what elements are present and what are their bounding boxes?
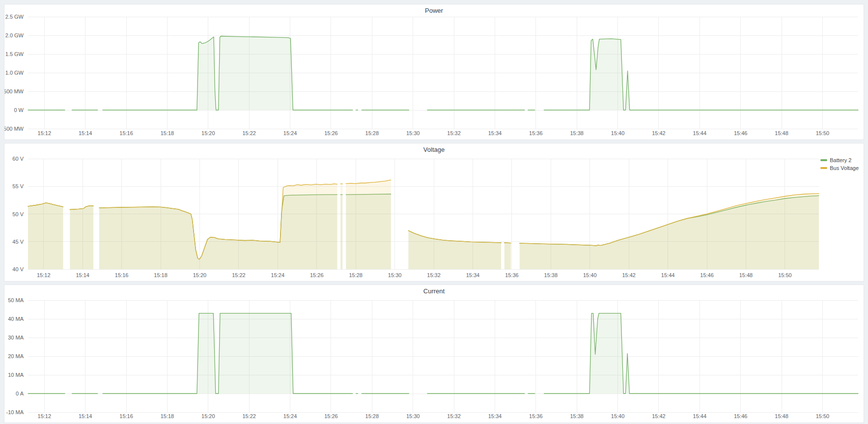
voltage-chart[interactable]: 60 V55 V50 V45 V40 V15:1215:1415:1615:18… <box>4 143 864 281</box>
svg-text:15:36: 15:36 <box>529 413 543 419</box>
svg-text:15:22: 15:22 <box>242 130 256 136</box>
legend-item-battery-2[interactable]: Battery 2 <box>820 157 859 163</box>
svg-text:15:46: 15:46 <box>700 272 714 278</box>
svg-text:15:50: 15:50 <box>778 272 792 278</box>
svg-text:15:20: 15:20 <box>201 130 215 136</box>
svg-text:15:34: 15:34 <box>488 130 502 136</box>
panel-voltage: Voltage 60 V55 V50 V45 V40 V15:1215:1415… <box>4 143 864 282</box>
svg-text:15:28: 15:28 <box>349 272 363 278</box>
svg-text:20 MA: 20 MA <box>8 353 24 359</box>
svg-text:-10 MA: -10 MA <box>6 409 24 415</box>
svg-text:15:42: 15:42 <box>622 272 636 278</box>
svg-text:15:34: 15:34 <box>466 272 480 278</box>
svg-text:-500 MW: -500 MW <box>4 126 24 132</box>
svg-text:15:48: 15:48 <box>739 272 753 278</box>
svg-text:15:48: 15:48 <box>775 130 788 136</box>
legend-swatch-battery-2 <box>820 159 827 161</box>
svg-text:15:46: 15:46 <box>734 413 748 419</box>
svg-text:0 A: 0 A <box>16 391 24 396</box>
legend-swatch-bus-voltage <box>820 167 827 169</box>
svg-text:15:42: 15:42 <box>652 130 666 136</box>
svg-text:15:14: 15:14 <box>79 413 92 419</box>
svg-text:15:22: 15:22 <box>232 272 246 278</box>
legend-item-bus-voltage[interactable]: Bus Voltage <box>820 165 859 171</box>
power-chart[interactable]: 2.5 GW2.0 GW1.5 GW1.0 GW500 MW0 W-500 MW… <box>4 4 864 140</box>
svg-text:30 MA: 30 MA <box>8 335 24 340</box>
svg-text:15:12: 15:12 <box>37 272 51 278</box>
svg-text:15:24: 15:24 <box>283 130 297 136</box>
svg-text:40 MA: 40 MA <box>8 316 24 322</box>
svg-text:15:20: 15:20 <box>193 272 207 278</box>
svg-text:15:40: 15:40 <box>611 130 625 136</box>
current-chart[interactable]: 50 MA40 MA30 MA20 MA10 MA0 A-10 MA15:121… <box>4 285 864 423</box>
svg-text:15:44: 15:44 <box>693 413 707 419</box>
svg-text:15:44: 15:44 <box>661 272 675 278</box>
svg-text:15:48: 15:48 <box>775 413 788 419</box>
legend-label-bus-voltage: Bus Voltage <box>830 165 859 171</box>
svg-text:2.0 GW: 2.0 GW <box>5 32 24 38</box>
svg-text:10 MA: 10 MA <box>8 372 24 378</box>
panel-title-power[interactable]: Power <box>4 7 864 14</box>
panel-power: Power 2.5 GW2.0 GW1.5 GW1.0 GW500 MW0 W-… <box>4 4 864 140</box>
legend: Battery 2 Bus Voltage <box>820 157 859 171</box>
panel-title-current[interactable]: Current <box>4 287 864 295</box>
panel-current: Current 50 MA40 MA30 MA20 MA10 MA0 A-10 … <box>4 284 864 423</box>
svg-text:60 V: 60 V <box>12 156 24 162</box>
svg-text:15:26: 15:26 <box>324 413 338 419</box>
svg-text:15:12: 15:12 <box>38 130 52 136</box>
svg-text:15:12: 15:12 <box>38 413 52 419</box>
svg-text:15:44: 15:44 <box>693 130 707 136</box>
svg-text:55 V: 55 V <box>12 183 24 189</box>
svg-text:15:24: 15:24 <box>271 272 285 278</box>
svg-text:15:38: 15:38 <box>570 130 584 136</box>
svg-text:15:32: 15:32 <box>427 272 441 278</box>
svg-text:15:50: 15:50 <box>816 413 830 419</box>
svg-text:15:42: 15:42 <box>652 413 666 419</box>
svg-text:15:18: 15:18 <box>161 413 174 419</box>
svg-text:15:16: 15:16 <box>115 272 129 278</box>
svg-text:15:26: 15:26 <box>310 272 324 278</box>
svg-text:15:18: 15:18 <box>161 130 174 136</box>
svg-text:15:30: 15:30 <box>388 272 402 278</box>
svg-text:15:34: 15:34 <box>488 413 502 419</box>
svg-text:50 MA: 50 MA <box>8 297 24 303</box>
svg-text:2.5 GW: 2.5 GW <box>5 14 24 20</box>
svg-text:15:40: 15:40 <box>611 413 625 419</box>
svg-text:45 V: 45 V <box>12 239 24 245</box>
svg-text:15:26: 15:26 <box>324 130 338 136</box>
svg-text:0 W: 0 W <box>14 107 24 113</box>
svg-text:15:16: 15:16 <box>119 413 133 419</box>
svg-text:15:50: 15:50 <box>816 130 830 136</box>
svg-text:15:30: 15:30 <box>406 130 420 136</box>
svg-text:15:36: 15:36 <box>529 130 543 136</box>
svg-text:40 V: 40 V <box>12 266 24 272</box>
svg-text:15:30: 15:30 <box>406 413 420 419</box>
svg-text:15:38: 15:38 <box>544 272 558 278</box>
svg-text:15:14: 15:14 <box>79 130 92 136</box>
svg-text:15:32: 15:32 <box>447 413 461 419</box>
svg-text:1.5 GW: 1.5 GW <box>5 51 24 57</box>
legend-label-battery-2: Battery 2 <box>830 157 851 163</box>
svg-text:15:32: 15:32 <box>447 130 461 136</box>
panel-title-voltage[interactable]: Voltage <box>4 146 864 153</box>
svg-text:15:18: 15:18 <box>154 272 168 278</box>
dashboard: Power 2.5 GW2.0 GW1.5 GW1.0 GW500 MW0 W-… <box>0 0 868 424</box>
svg-text:50 V: 50 V <box>12 211 24 217</box>
svg-text:15:14: 15:14 <box>76 272 89 278</box>
svg-text:15:40: 15:40 <box>583 272 597 278</box>
svg-text:15:46: 15:46 <box>734 130 748 136</box>
svg-text:15:16: 15:16 <box>119 130 133 136</box>
svg-text:15:28: 15:28 <box>365 413 379 419</box>
svg-text:500 MW: 500 MW <box>4 88 24 94</box>
svg-text:15:24: 15:24 <box>283 413 297 419</box>
svg-text:1.0 GW: 1.0 GW <box>5 70 24 76</box>
svg-text:15:22: 15:22 <box>242 413 256 419</box>
svg-text:15:20: 15:20 <box>201 413 215 419</box>
svg-text:15:36: 15:36 <box>505 272 519 278</box>
svg-text:15:38: 15:38 <box>570 413 584 419</box>
svg-text:15:28: 15:28 <box>365 130 379 136</box>
